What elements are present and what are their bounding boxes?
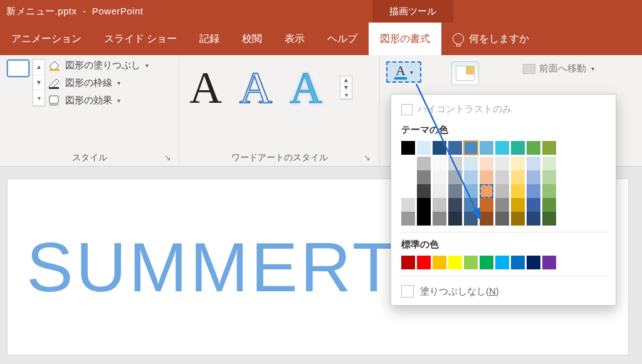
scroll-down-icon[interactable]: ▼	[340, 84, 352, 91]
color-swatch[interactable]	[464, 141, 478, 155]
tab-shape-format[interactable]: 図形の書式	[369, 23, 441, 55]
scroll-up-icon[interactable]: ▲	[340, 76, 352, 84]
color-swatch[interactable]	[480, 212, 493, 226]
dialog-launcher-icon[interactable]: ↘	[164, 153, 171, 162]
color-swatch[interactable]	[495, 198, 509, 212]
color-swatch[interactable]	[448, 184, 462, 198]
color-swatch[interactable]	[480, 141, 493, 155]
scroll-down-icon[interactable]: ▼	[33, 75, 45, 91]
wordart-gallery-scroll[interactable]: ▲ ▼ ▾	[340, 76, 352, 100]
color-swatch[interactable]	[495, 256, 509, 269]
color-swatch[interactable]	[448, 141, 462, 155]
color-swatch[interactable]	[495, 157, 509, 170]
color-swatch[interactable]	[433, 157, 446, 170]
color-swatch[interactable]	[542, 198, 556, 212]
color-swatch[interactable]	[495, 184, 509, 198]
color-swatch[interactable]	[480, 256, 493, 269]
shape-effects-button[interactable]: 図形の効果 ▾	[48, 94, 149, 107]
color-swatch[interactable]	[417, 141, 431, 155]
color-swatch[interactable]	[464, 157, 478, 170]
color-swatch[interactable]	[511, 212, 525, 226]
high-contrast-only-checkbox[interactable]: ハイコントラストのみ	[401, 103, 606, 115]
shape-style-thumb[interactable]	[6, 59, 30, 78]
color-swatch[interactable]	[417, 184, 431, 198]
color-swatch[interactable]	[511, 184, 525, 198]
tab-animation[interactable]: アニメーション	[0, 23, 93, 55]
color-swatch[interactable]	[480, 198, 493, 212]
color-swatch[interactable]	[495, 141, 509, 155]
color-swatch[interactable]	[464, 170, 478, 184]
color-swatch[interactable]	[448, 212, 462, 226]
color-swatch[interactable]	[480, 170, 493, 184]
color-swatch[interactable]	[401, 184, 415, 198]
color-swatch[interactable]	[511, 198, 525, 212]
color-swatch[interactable]	[401, 170, 415, 184]
color-swatch[interactable]	[433, 184, 446, 198]
shape-style-gallery-scroll[interactable]: ▲ ▼ ▾	[33, 59, 45, 107]
tell-me-search[interactable]: 何をしますか	[453, 33, 529, 46]
color-swatch[interactable]	[448, 198, 462, 212]
color-swatch[interactable]	[527, 170, 540, 184]
tab-record[interactable]: 記録	[188, 23, 231, 55]
dialog-launcher-icon[interactable]: ↘	[364, 153, 371, 162]
color-swatch[interactable]	[527, 198, 540, 212]
tab-slideshow[interactable]: スライド ショー	[93, 23, 188, 55]
color-swatch[interactable]	[527, 184, 540, 198]
color-swatch[interactable]	[511, 141, 525, 155]
no-fill-option[interactable]: 塗りつぶしなし(N)	[401, 283, 606, 300]
color-swatch[interactable]	[448, 256, 462, 269]
color-swatch[interactable]	[495, 212, 509, 226]
color-swatch[interactable]	[480, 184, 493, 198]
shape-fill-button[interactable]: 図形の塗りつぶし ▾	[48, 59, 149, 71]
wordart-style-thumb[interactable]: A	[189, 65, 222, 110]
color-swatch[interactable]	[542, 212, 556, 226]
color-swatch[interactable]	[464, 256, 478, 269]
color-swatch[interactable]	[433, 256, 446, 269]
gallery-more-icon[interactable]: ▾	[33, 90, 45, 106]
color-swatch[interactable]	[417, 256, 431, 269]
wordart-style-thumb[interactable]: A	[239, 65, 272, 110]
tab-view[interactable]: 表示	[273, 23, 316, 55]
color-swatch[interactable]	[448, 157, 462, 170]
color-swatch[interactable]	[542, 256, 556, 269]
color-swatch[interactable]	[433, 170, 446, 184]
color-swatch[interactable]	[542, 170, 556, 184]
color-swatch[interactable]	[542, 184, 556, 198]
color-swatch[interactable]	[401, 141, 415, 155]
scroll-up-icon[interactable]: ▲	[33, 60, 45, 75]
text-fill-button[interactable]: A ▾	[386, 61, 421, 83]
color-swatch[interactable]	[464, 184, 478, 198]
color-swatch[interactable]	[401, 212, 415, 226]
shape-outline-button[interactable]: 図形の枠線 ▾	[48, 76, 149, 89]
color-swatch[interactable]	[495, 170, 509, 184]
color-swatch[interactable]	[433, 198, 446, 212]
color-swatch[interactable]	[433, 212, 446, 226]
color-swatch[interactable]	[511, 256, 525, 269]
color-swatch[interactable]	[480, 157, 493, 170]
color-swatch[interactable]	[464, 198, 478, 212]
color-swatch[interactable]	[542, 157, 556, 170]
color-swatch[interactable]	[527, 141, 540, 155]
tab-help[interactable]: ヘルプ	[316, 23, 369, 55]
color-swatch[interactable]	[542, 141, 556, 155]
alt-text-button[interactable]	[451, 61, 479, 85]
color-swatch[interactable]	[401, 198, 415, 212]
color-swatch[interactable]	[448, 170, 462, 184]
color-swatch[interactable]	[417, 198, 431, 212]
color-swatch[interactable]	[527, 157, 540, 170]
color-swatch[interactable]	[433, 141, 446, 155]
color-swatch[interactable]	[417, 170, 431, 184]
gallery-more-icon[interactable]: ▾	[340, 91, 352, 99]
color-swatch[interactable]	[511, 157, 525, 170]
color-swatch[interactable]	[464, 212, 478, 226]
tab-review[interactable]: 校閲	[231, 23, 273, 55]
color-swatch[interactable]	[417, 212, 431, 226]
color-swatch[interactable]	[401, 157, 415, 170]
bring-forward-button[interactable]: 前面へ移動 ▾	[523, 63, 594, 75]
wordart-style-thumb[interactable]: A	[290, 65, 322, 110]
color-swatch[interactable]	[417, 157, 431, 170]
color-swatch[interactable]	[527, 256, 540, 269]
color-swatch[interactable]	[401, 256, 415, 269]
color-swatch[interactable]	[511, 170, 525, 184]
color-swatch[interactable]	[527, 212, 540, 226]
